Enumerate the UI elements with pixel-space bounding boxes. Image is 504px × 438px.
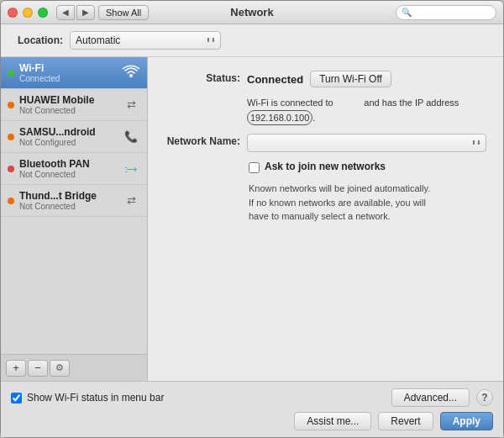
back-button[interactable]: ◀ — [56, 5, 75, 20]
status-dot-samsung — [8, 134, 14, 140]
sidebar-item-huawei[interactable]: HUAWEI Mobile Not Connected ⇄ — [1, 89, 147, 121]
status-label: Status: — [165, 71, 240, 84]
bluetooth-item-status: Not Connected — [19, 170, 117, 179]
network-window: ◀ ▶ Show All Network 🔍 Location: Automat… — [0, 0, 504, 438]
description-label-spacer — [165, 96, 240, 98]
add-network-button[interactable]: + — [6, 360, 26, 377]
nav-buttons: ◀ ▶ — [56, 5, 95, 20]
apply-button[interactable]: Apply — [440, 412, 493, 430]
remove-network-button[interactable]: − — [28, 360, 48, 377]
bottom-bottom-row: Assist me... Revert Apply — [11, 412, 493, 430]
show-wifi-label: Show Wi-Fi status in menu bar — [27, 392, 164, 404]
location-bar: Location: Automatic — [1, 24, 503, 57]
sidebar-item-wifi[interactable]: Wi-Fi Connected — [1, 57, 147, 89]
bottom-top-row: Show Wi-Fi status in menu bar Advanced..… — [11, 388, 493, 407]
show-all-button[interactable]: Show All — [98, 5, 149, 20]
wifi-item-text: Wi-Fi Connected — [19, 62, 117, 83]
help-button[interactable]: ? — [476, 389, 493, 406]
maximize-button[interactable] — [38, 8, 48, 18]
location-select-wrapper: Automatic — [70, 31, 221, 50]
location-label: Location: — [18, 34, 63, 46]
location-select[interactable]: Automatic — [70, 31, 221, 50]
show-wifi-checkbox[interactable] — [11, 393, 22, 404]
status-row: Status: Connected Turn Wi-Fi Off — [165, 71, 486, 87]
svg-point-0 — [129, 74, 133, 77]
show-wifi-row: Show Wi-Fi status in menu bar — [11, 392, 164, 404]
status-dot-wifi — [8, 70, 14, 77]
samsung-item-name: SAMSU...ndroid — [19, 126, 117, 138]
turn-wifi-off-button[interactable]: Turn Wi-Fi Off — [310, 71, 391, 87]
sidebar-item-bluetooth[interactable]: Bluetooth PAN Not Connected ⧴ — [1, 153, 147, 185]
thunderbolt-item-name: Thund...t Bridge — [19, 190, 117, 202]
ask-join-row: Ask to join new networks — [249, 161, 486, 173]
network-name-row: Network Name: — [165, 134, 486, 152]
huawei-item-status: Not Connected — [19, 106, 117, 115]
description-row: Wi-Fi is connected to and has the IP add… — [165, 96, 486, 125]
titlebar: ◀ ▶ Show All Network 🔍 — [1, 1, 503, 24]
search-icon: 🔍 — [402, 8, 412, 17]
sidebar-list: Wi-Fi Connected — [1, 57, 147, 354]
phone-icon: 📞 — [122, 130, 140, 143]
samsung-item-status: Not Configured — [19, 138, 117, 147]
network-name-value — [247, 134, 486, 152]
bluetooth-item-text: Bluetooth PAN Not Connected — [19, 158, 117, 179]
detail-panel: Status: Connected Turn Wi-Fi Off Wi-Fi i… — [148, 57, 503, 381]
network-name-select[interactable] — [247, 134, 486, 152]
wifi-item-status: Connected — [19, 74, 117, 83]
samsung-item-text: SAMSU...ndroid Not Configured — [19, 126, 117, 147]
ask-join-checkbox[interactable] — [249, 162, 260, 173]
status-dot-huawei — [8, 102, 14, 108]
wifi-icon — [122, 65, 140, 82]
sidebar-item-thunderbolt[interactable]: Thund...t Bridge Not Connected ⇄ — [1, 185, 147, 217]
bluetooth-item-name: Bluetooth PAN — [19, 158, 117, 170]
assist-me-button[interactable]: Assist me... — [294, 412, 371, 430]
status-dot-thunderbolt — [8, 198, 14, 204]
advanced-button[interactable]: Advanced... — [391, 388, 470, 407]
network-name-select-wrapper — [247, 134, 486, 152]
status-dot-bluetooth — [8, 166, 14, 172]
thunderbolt-item-text: Thund...t Bridge Not Connected — [19, 190, 117, 211]
sidebar: Wi-Fi Connected — [1, 57, 148, 381]
ask-join-label: Ask to join new networks — [265, 161, 386, 172]
gear-button[interactable]: ⚙ — [50, 360, 70, 377]
bottom-bar: Show Wi-Fi status in menu bar Advanced..… — [1, 381, 503, 437]
traffic-lights — [8, 8, 48, 18]
arrows-icon: ⇄ — [122, 98, 140, 111]
ip-address: 192.168.0.100 — [247, 110, 312, 126]
search-box[interactable]: 🔍 — [396, 5, 496, 20]
huawei-item-name: HUAWEI Mobile — [19, 94, 117, 106]
status-value-row: Connected Turn Wi-Fi Off — [247, 71, 486, 87]
wifi-item-name: Wi-Fi — [19, 62, 117, 74]
search-input[interactable] — [414, 8, 491, 18]
minimize-button[interactable] — [23, 8, 33, 18]
main-content: Wi-Fi Connected — [1, 57, 503, 381]
sidebar-footer: + − ⚙ — [1, 354, 147, 381]
status-connected-text: Connected — [247, 73, 303, 86]
window-title: Network — [230, 6, 273, 18]
info-text: Known networks will be joined automatica… — [249, 182, 486, 224]
close-button[interactable] — [8, 8, 18, 18]
revert-button[interactable]: Revert — [378, 412, 433, 430]
huawei-item-text: HUAWEI Mobile Not Connected — [19, 94, 117, 115]
bluetooth-icon: ⧴ — [122, 161, 140, 176]
sidebar-item-samsung[interactable]: SAMSU...ndroid Not Configured 📞 — [1, 121, 147, 153]
thunderbolt-item-status: Not Connected — [19, 202, 117, 211]
network-name-label: Network Name: — [165, 134, 240, 147]
forward-button[interactable]: ▶ — [76, 5, 95, 20]
status-description: Wi-Fi is connected to and has the IP add… — [247, 96, 486, 125]
thunderbolt-icon: ⇄ — [122, 194, 140, 207]
